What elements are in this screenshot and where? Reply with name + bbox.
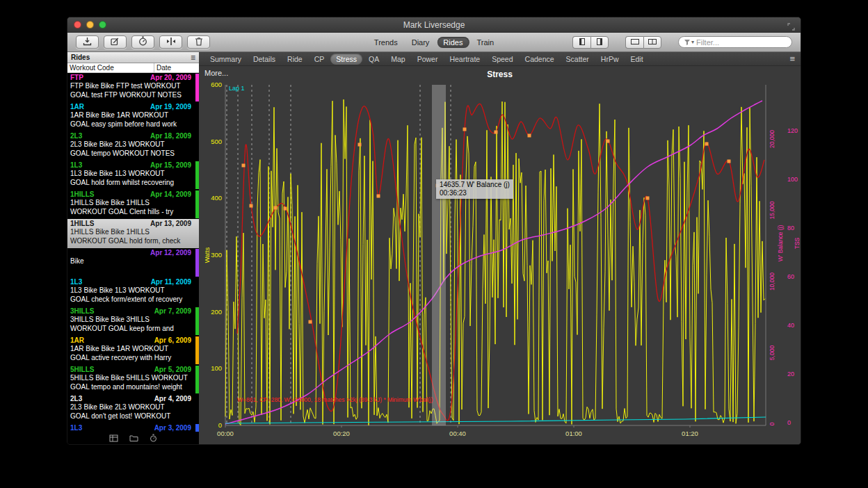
chart-tab-speed[interactable]: Speed: [486, 54, 518, 65]
single-pane-button[interactable]: [625, 36, 643, 49]
ride-workout-code: 1AR: [70, 336, 84, 344]
split-pane-icon: [648, 36, 657, 49]
timer-icon[interactable]: [150, 432, 157, 445]
toggle-sidebar-button[interactable]: [572, 36, 590, 49]
svg-text:00:00: 00:00: [217, 430, 234, 437]
svg-text:80: 80: [787, 225, 794, 231]
download-icon: [83, 36, 92, 49]
chart-tab-ride[interactable]: Ride: [282, 54, 308, 65]
ride-list-item[interactable]: 2L3Apr 18, 20092L3 Bike Bike 2L3 WORKOUT…: [67, 131, 199, 161]
ride-description-line: 5HILLS Bike Bike 5HILLS WORKOUT: [70, 373, 191, 382]
chart-tab-qa[interactable]: QA: [363, 54, 385, 65]
ride-list-item[interactable]: 1L3Apr 15, 20091L3 Bike Bike 1L3 WORKOUT…: [67, 161, 199, 190]
ride-workout-code: 1L3: [70, 424, 82, 432]
ride-list-item[interactable]: 1ARApr 6, 20091AR Bike Bike 1AR WORKOUTG…: [67, 336, 199, 365]
chart-tab-list: SummaryDetailsRideCPStressQAMapPowerHear…: [204, 54, 649, 65]
ride-date: Apr 11, 2009: [151, 278, 191, 286]
manual-entry-button[interactable]: [104, 35, 127, 49]
svg-text:W=861, CP=280, W'=23000, 18 ma: W=861, CP=280, W'=23000, 18 matches >2kj…: [237, 396, 433, 403]
ride-list-item[interactable]: 1HILLSApr 14, 20091HILLS Bike Bike 1HILL…: [67, 190, 199, 219]
filter-field[interactable]: ▾: [678, 36, 792, 48]
ride-list-item[interactable]: 1L3Apr 11, 20091L3 Bike Bike 1L3 WORKOUT…: [67, 277, 199, 307]
filter-caret-icon: ▾: [691, 39, 694, 45]
ride-date: Apr 3, 2009: [154, 424, 191, 432]
ride-list-item[interactable]: Apr 12, 2009Bike: [67, 248, 199, 277]
ride-description-line: GOAL test FTP WORKOUT NOTES: [70, 90, 191, 99]
chart-tab-cp[interactable]: CP: [309, 54, 330, 65]
ride-item-header: FTPApr 20, 2009: [70, 74, 191, 81]
ride-item-header: Apr 12, 2009: [70, 249, 191, 257]
delete-ride-button[interactable]: [187, 35, 210, 49]
ride-item-header: 1HILLSApr 14, 2009: [70, 190, 191, 198]
sidebar-menu-icon[interactable]: ≡: [191, 54, 195, 61]
ride-item-header: 1L3Apr 3, 2009: [70, 424, 191, 432]
chart-menu-icon[interactable]: ≡: [789, 54, 795, 64]
folder-icon[interactable]: [129, 432, 138, 445]
lap-label: Lap 1: [229, 85, 245, 92]
ride-list-item[interactable]: 3HILLSApr 7, 20093HILLS Bike Bike 3HILLS…: [67, 307, 199, 336]
ride-description-line: GOAL tempo WORKOUT NOTES: [70, 149, 191, 158]
ride-list-item[interactable]: FTPApr 20, 2009FTP Bike Bike FTP test WO…: [67, 73, 199, 102]
chart-tab-hrpw[interactable]: HrPw: [595, 54, 625, 65]
svg-text:20,000: 20,000: [769, 130, 775, 148]
svg-text:300: 300: [211, 251, 222, 259]
ride-list-item[interactable]: 2L3Apr 4, 20092L3 Bike Bike 2L3 WORKOUTG…: [67, 394, 199, 423]
chart-tab-edit[interactable]: Edit: [625, 54, 649, 65]
chart-tab-stress[interactable]: Stress: [330, 54, 362, 65]
column-header-row: Workout Code Date: [67, 63, 199, 73]
column-date[interactable]: Date: [154, 63, 199, 72]
ride-date: Apr 15, 2009: [150, 161, 191, 169]
view-tab-trends[interactable]: Trends: [368, 37, 404, 48]
split-pane-button[interactable]: [643, 36, 661, 49]
svg-text:01:20: 01:20: [682, 430, 698, 437]
panel-left-icon: [578, 36, 586, 49]
svg-text:5,000: 5,000: [769, 345, 775, 361]
ride-workout-code: FTP: [70, 74, 83, 81]
close-button[interactable]: [74, 21, 81, 29]
chart-tab-details[interactable]: Details: [248, 54, 281, 65]
compose-icon: [111, 36, 120, 49]
stress-chart-svg[interactable]: 6005004003002001000Watts20,00015,00010,0…: [199, 66, 801, 445]
import-ride-button[interactable]: [76, 35, 99, 49]
layout-grid-icon[interactable]: [109, 432, 118, 445]
minimize-button[interactable]: [86, 21, 94, 29]
stopwatch-button[interactable]: [131, 35, 154, 49]
ride-list-item[interactable]: 5HILLSApr 5, 20095HILLS Bike Bike 5HILLS…: [67, 365, 199, 394]
ride-description-line: 3HILLS Bike Bike 3HILLS: [70, 315, 191, 324]
chart-tab-cadence[interactable]: Cadence: [520, 54, 560, 65]
column-workout-code[interactable]: Workout Code: [67, 63, 154, 72]
sidebar-title: Rides: [71, 54, 90, 61]
svg-text:0: 0: [218, 421, 222, 429]
svg-text:500: 500: [211, 138, 222, 145]
intervals-button[interactable]: [159, 35, 182, 49]
ride-workout-code: 1L3: [70, 161, 82, 169]
ride-workout-code: 5HILLS: [70, 366, 94, 373]
ride-list-item[interactable]: 1HILLSApr 13, 20091HILLS Bike Bike 1HILL…: [67, 219, 199, 248]
ride-date: Apr 4, 2009: [154, 395, 191, 402]
view-tab-rides[interactable]: Rides: [437, 37, 469, 48]
chart-tab-summary[interactable]: Summary: [204, 54, 247, 65]
toggle-compare-button[interactable]: [590, 36, 609, 49]
filter-input[interactable]: [696, 38, 787, 47]
view-tabs: TrendsDiaryRidesTrain: [368, 37, 500, 48]
ride-item-header: 1ARApr 19, 2009: [70, 103, 191, 111]
ride-list-item[interactable]: 1ARApr 19, 20091AR Bike Bike 1AR WORKOUT…: [67, 102, 199, 131]
fullscreen-icon[interactable]: [787, 21, 795, 33]
chart-tab-heartrate[interactable]: Heartrate: [444, 54, 485, 65]
zoom-button[interactable]: [99, 21, 106, 29]
ride-item-header: 3HILLSApr 7, 2009: [70, 307, 191, 315]
chart-tab-scatter[interactable]: Scatter: [561, 54, 595, 65]
chart-tab-power[interactable]: Power: [412, 54, 444, 65]
chart-tab-map[interactable]: Map: [385, 54, 410, 65]
view-tab-train[interactable]: Train: [470, 37, 500, 48]
chart-title: Stress: [199, 70, 801, 79]
ride-workout-code: 1HILLS: [70, 220, 94, 227]
svg-text:15,000: 15,000: [769, 201, 775, 219]
ride-item-header: 1HILLSApr 13, 2009: [70, 220, 191, 227]
view-tab-diary[interactable]: Diary: [405, 37, 436, 48]
ride-date: Apr 6, 2009: [154, 336, 191, 344]
svg-text:01:00: 01:00: [565, 430, 582, 437]
sidebar-toggle-group: [572, 36, 609, 49]
ride-list-item[interactable]: 1L3Apr 3, 2009: [67, 423, 199, 432]
ride-item-header: 2L3Apr 18, 2009: [70, 132, 191, 140]
